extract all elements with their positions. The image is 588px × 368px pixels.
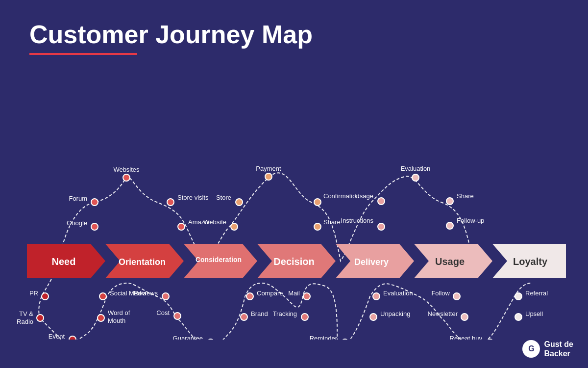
svg-text:Newsletter: Newsletter — [428, 310, 458, 317]
svg-text:Follow: Follow — [431, 289, 450, 297]
svg-point-16 — [91, 223, 98, 230]
svg-point-51 — [174, 313, 181, 319]
svg-point-24 — [314, 223, 321, 230]
svg-text:Evaluation: Evaluation — [383, 289, 413, 297]
svg-text:Evaluation: Evaluation — [401, 165, 431, 172]
svg-text:Guarantee: Guarantee — [173, 335, 203, 340]
svg-point-56 — [301, 314, 308, 320]
svg-point-20 — [265, 173, 272, 180]
svg-text:Store visits: Store visits — [177, 194, 209, 201]
svg-text:Websites: Websites — [113, 166, 140, 173]
svg-point-27 — [378, 223, 385, 230]
svg-text:Need: Need — [52, 256, 76, 267]
svg-point-63 — [515, 293, 522, 300]
svg-point-46 — [37, 315, 44, 321]
brand-logo: G Gust de Backer — [522, 340, 573, 358]
svg-point-64 — [515, 314, 522, 320]
svg-point-47 — [69, 336, 76, 340]
svg-point-28 — [446, 198, 453, 205]
svg-text:Google: Google — [67, 219, 87, 227]
svg-text:Website: Website — [203, 218, 226, 226]
svg-text:PR: PR — [29, 289, 38, 297]
svg-text:Usage: Usage — [355, 192, 373, 200]
svg-text:Instructions: Instructions — [341, 217, 374, 224]
svg-text:Decision: Decision — [273, 256, 314, 267]
svg-point-25 — [412, 174, 419, 181]
svg-point-19 — [178, 223, 185, 230]
svg-point-62 — [487, 339, 493, 340]
svg-text:Tracking: Tracking — [273, 310, 297, 317]
page-title: Customer Journey Map — [29, 20, 559, 49]
svg-text:Reviews: Reviews — [134, 289, 158, 297]
svg-point-58 — [373, 293, 380, 300]
svg-text:Loyalty: Loyalty — [513, 256, 548, 267]
svg-text:Consideration: Consideration — [196, 256, 242, 263]
svg-point-54 — [241, 314, 247, 320]
svg-point-57 — [342, 339, 348, 340]
svg-point-26 — [378, 198, 385, 205]
svg-text:Mail: Mail — [288, 289, 300, 297]
svg-text:Mouth: Mouth — [108, 317, 125, 324]
svg-text:Reminder: Reminder — [310, 335, 338, 340]
svg-text:Share: Share — [323, 218, 341, 226]
svg-text:Word of: Word of — [108, 309, 130, 316]
svg-point-29 — [446, 222, 453, 229]
svg-point-52 — [207, 339, 214, 340]
title-underline — [29, 53, 137, 55]
brand-icon: G — [522, 340, 540, 358]
svg-text:Delivery: Delivery — [354, 257, 389, 267]
svg-text:Store: Store — [216, 194, 231, 201]
svg-text:Orientation: Orientation — [119, 257, 166, 267]
svg-text:Confirmation: Confirmation — [323, 192, 360, 200]
svg-point-48 — [99, 293, 106, 300]
svg-point-60 — [453, 293, 460, 300]
svg-text:Forum: Forum — [69, 195, 87, 202]
brand-name: Gust de Backer — [544, 340, 573, 358]
svg-text:Share: Share — [457, 192, 474, 200]
svg-text:Brand: Brand — [251, 310, 268, 317]
svg-point-21 — [236, 199, 243, 206]
svg-text:Payment: Payment — [256, 165, 281, 172]
svg-point-18 — [167, 199, 174, 206]
svg-text:Radio: Radio — [17, 318, 33, 325]
svg-text:Unpacking: Unpacking — [380, 310, 410, 317]
svg-point-23 — [314, 199, 321, 206]
svg-text:Event: Event — [49, 333, 65, 340]
svg-point-50 — [162, 293, 169, 300]
svg-point-55 — [303, 293, 310, 300]
svg-point-17 — [123, 174, 130, 181]
svg-text:Compare: Compare — [257, 289, 283, 297]
diagram-area: Need Orientation Consideration Decision … — [0, 65, 588, 340]
svg-point-59 — [370, 314, 377, 320]
svg-point-45 — [42, 293, 49, 300]
svg-point-49 — [98, 315, 104, 321]
svg-point-53 — [246, 293, 253, 300]
svg-text:Referral: Referral — [525, 289, 548, 297]
title-section: Customer Journey Map — [0, 0, 588, 60]
svg-text:Upsell: Upsell — [525, 310, 543, 317]
svg-point-15 — [91, 199, 98, 206]
svg-text:Cost: Cost — [156, 309, 170, 316]
svg-point-22 — [231, 223, 238, 230]
svg-text:Usage: Usage — [435, 256, 465, 267]
svg-point-61 — [461, 314, 468, 320]
svg-text:Follow-up: Follow-up — [457, 217, 484, 224]
svg-text:TV &: TV & — [19, 310, 33, 317]
svg-text:Repeat buy: Repeat buy — [450, 335, 483, 340]
brand-initial: G — [528, 344, 534, 353]
